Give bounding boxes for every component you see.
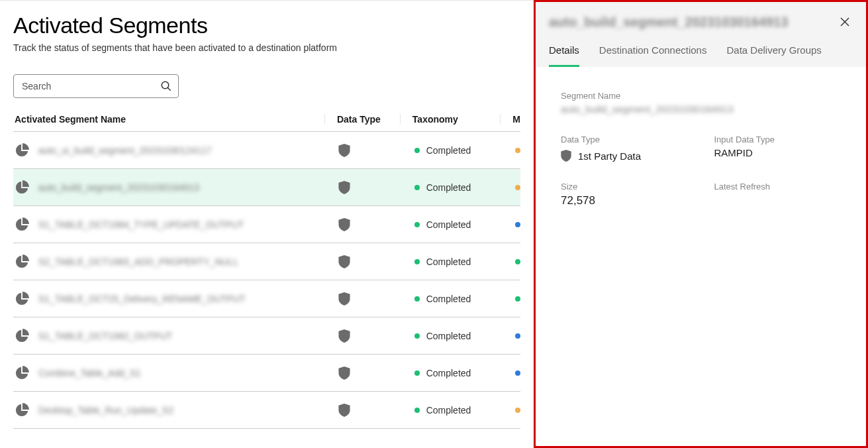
segment-name: Desktop_Table_Run_Update_S2	[38, 405, 173, 416]
size-value: 72,578	[561, 194, 688, 207]
shield-icon	[338, 181, 350, 194]
status-dot	[414, 333, 420, 339]
table-row[interactable]: S2_TABLE_OCT1983_ADD_PROPERTY_NULLComple…	[13, 243, 520, 280]
pie-chart-icon	[15, 292, 29, 306]
table-row[interactable]: S1_TABLE_OCT1984_TYPE_UPDATE_OUTPUTCompl…	[13, 206, 520, 243]
segment-name-label: Segment Name	[561, 91, 841, 101]
details-side-panel: auto_build_segment_20231030164913 Detail…	[534, 0, 868, 448]
col-header-taxonomy[interactable]: Taxonomy	[400, 114, 500, 125]
table-row[interactable]: S1_TABLE_OCT25_Delivery_RENAME_OUTPUTCom…	[13, 280, 520, 317]
taxonomy-status: Completed	[426, 294, 471, 304]
status-dot	[515, 259, 520, 264]
shield-icon	[338, 144, 350, 157]
segment-name: S2_TABLE_OCT1983_ADD_PROPERTY_NULL	[38, 256, 238, 267]
latest-refresh-label: Latest Refresh	[714, 182, 842, 192]
status-dot	[414, 370, 420, 376]
taxonomy-status: Completed	[426, 256, 471, 267]
segment-name: S1_TABLE_OCT1982_OUTPUT	[38, 331, 172, 341]
field-input-data-type: Input Data Type RAMPID	[714, 135, 842, 162]
table-row[interactable]: Combine_Table_Add_S1Completed	[13, 355, 520, 392]
status-dot	[414, 296, 420, 302]
status-dot	[414, 259, 420, 264]
field-size: Size 72,578	[561, 182, 688, 207]
segment-name-value: auto_build_segment_20231030164913	[561, 103, 841, 115]
taxonomy-status: Completed	[426, 405, 471, 416]
status-dot	[515, 370, 520, 376]
pie-chart-icon	[15, 254, 29, 269]
svg-line-1	[168, 87, 171, 91]
shield-icon	[338, 218, 350, 231]
table-row[interactable]: Desktop_Table_Run_Update_S2Completed	[13, 392, 520, 429]
search-icon	[160, 80, 172, 92]
col-header-m[interactable]: M	[500, 114, 520, 125]
col-header-data-type[interactable]: Data Type	[324, 114, 400, 125]
shield-icon	[338, 404, 350, 417]
status-dot	[515, 185, 520, 190]
pie-chart-icon	[15, 366, 29, 380]
segment-name: auto_build_segment_20231030164913	[38, 182, 199, 193]
segment-name: auto_ui_build_segment_20231030124117	[38, 145, 212, 156]
field-data-type: Data Type 1st Party Data	[561, 135, 688, 162]
taxonomy-status: Completed	[426, 182, 471, 193]
status-dot	[515, 148, 520, 153]
shield-icon	[338, 366, 350, 380]
pie-chart-icon	[15, 329, 29, 343]
data-type-value: 1st Party Data	[578, 150, 641, 162]
panel-body: Segment Name auto_build_segment_20231030…	[536, 67, 866, 446]
main-content: Activated Segments Track the status of s…	[0, 0, 534, 448]
shield-icon	[561, 150, 571, 162]
segment-name: S1_TABLE_OCT25_Delivery_RENAME_OUTPUT	[38, 294, 246, 304]
pie-chart-icon	[15, 217, 29, 232]
shield-icon	[338, 292, 350, 306]
status-dot	[414, 148, 420, 153]
data-type-label: Data Type	[561, 135, 688, 144]
status-dot	[515, 222, 520, 227]
segment-name: S1_TABLE_OCT1984_TYPE_UPDATE_OUTPUT	[38, 219, 244, 230]
svg-point-0	[162, 82, 169, 89]
panel-tabs: Details Destination Connections Data Del…	[549, 44, 853, 67]
shield-icon	[338, 255, 350, 268]
status-dot	[515, 333, 520, 339]
taxonomy-status: Completed	[426, 368, 471, 378]
pie-chart-icon	[15, 143, 29, 158]
tab-details[interactable]: Details	[549, 44, 579, 67]
status-dot	[414, 185, 420, 190]
taxonomy-status: Completed	[426, 331, 471, 341]
page-title: Activated Segments	[13, 13, 520, 38]
search-input[interactable]	[13, 74, 179, 98]
taxonomy-status: Completed	[426, 219, 471, 230]
segment-name: Combine_Table_Add_S1	[38, 368, 141, 378]
status-dot	[414, 408, 420, 413]
field-segment-name: Segment Name auto_build_segment_20231030…	[561, 91, 841, 115]
close-icon	[840, 17, 849, 27]
field-latest-refresh: Latest Refresh	[714, 182, 842, 207]
size-label: Size	[561, 182, 688, 192]
segments-table: Activated Segment Name Data Type Taxonom…	[13, 114, 520, 429]
tab-destination-connections[interactable]: Destination Connections	[599, 44, 707, 67]
table-body: auto_ui_build_segment_20231030124117Comp…	[13, 132, 520, 429]
status-dot	[414, 222, 420, 227]
table-row[interactable]: auto_ui_build_segment_20231030124117Comp…	[13, 132, 520, 169]
status-dot	[515, 408, 520, 413]
table-row[interactable]: auto_build_segment_20231030164913Complet…	[13, 169, 520, 206]
page-subtitle: Track the status of segments that have b…	[13, 42, 520, 53]
input-data-type-label: Input Data Type	[714, 135, 842, 144]
panel-header: auto_build_segment_20231030164913 Detail…	[536, 2, 866, 67]
tab-data-delivery-groups[interactable]: Data Delivery Groups	[726, 44, 821, 67]
status-dot	[515, 296, 520, 302]
pie-chart-icon	[15, 180, 29, 195]
close-button[interactable]	[837, 14, 853, 30]
table-header: Activated Segment Name Data Type Taxonom…	[13, 114, 520, 132]
table-row[interactable]: S1_TABLE_OCT1982_OUTPUTCompleted	[13, 317, 520, 355]
pie-chart-icon	[15, 403, 29, 418]
search-container	[13, 74, 179, 98]
panel-title: auto_build_segment_20231030164913	[549, 15, 788, 30]
input-data-type-value: RAMPID	[714, 147, 842, 158]
shield-icon	[338, 329, 350, 343]
taxonomy-status: Completed	[426, 145, 471, 156]
col-header-name[interactable]: Activated Segment Name	[13, 114, 324, 125]
